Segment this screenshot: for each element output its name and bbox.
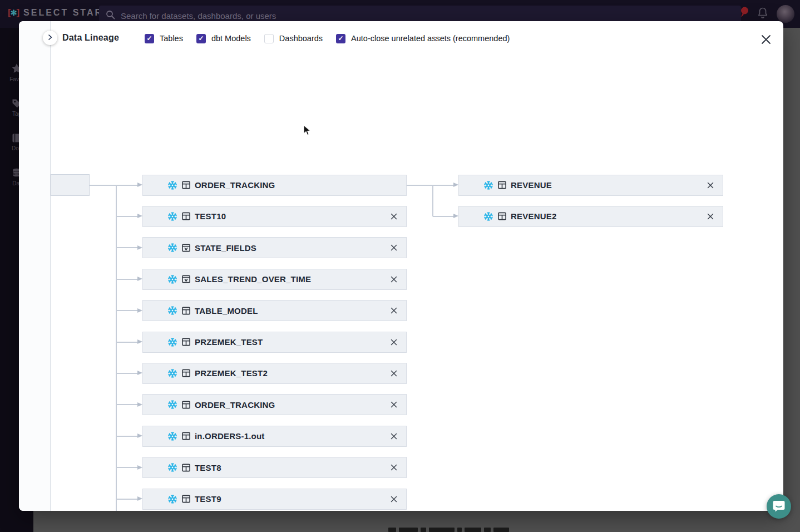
connector-arrowhead	[137, 496, 142, 501]
connector-line	[116, 499, 137, 500]
node-close-button[interactable]	[389, 494, 399, 504]
notifications-bell-icon[interactable]	[757, 6, 769, 22]
lineage-node[interactable]: REVENUE	[458, 175, 723, 196]
connector-line	[116, 185, 137, 186]
lineage-node-clipped[interactable]	[51, 174, 90, 196]
table-icon	[181, 211, 191, 221]
close-small-icon	[707, 213, 714, 220]
table-icon	[497, 211, 507, 221]
node-close-button[interactable]	[389, 337, 399, 347]
connector-line	[116, 185, 117, 511]
table-icon	[181, 368, 191, 378]
node-label: TEST10	[195, 211, 226, 221]
connector-line	[90, 185, 116, 186]
lineage-node[interactable]: PRZEMEK_TEST	[142, 332, 407, 353]
lineage-node[interactable]: TEST10	[142, 206, 407, 227]
lineage-node[interactable]: in.ORDERS-1.out	[142, 426, 407, 447]
connector-arrowhead	[137, 339, 142, 344]
node-label: REVENUE2	[511, 211, 556, 221]
node-close-button[interactable]	[389, 211, 399, 221]
view-icon	[181, 243, 191, 253]
connector-arrowhead	[137, 183, 142, 187]
clipped-background-text	[388, 528, 509, 532]
node-close-button[interactable]	[389, 400, 399, 410]
connector-arrowhead	[137, 245, 142, 250]
node-label: TEST8	[195, 463, 221, 472]
node-close-button[interactable]	[389, 274, 399, 284]
connector-line	[432, 185, 433, 216]
node-close-button[interactable]	[705, 180, 715, 190]
table-icon	[181, 180, 191, 190]
close-small-icon	[390, 401, 398, 408]
connector-arrowhead	[137, 277, 142, 281]
logo-text: SELECT STAR	[23, 8, 103, 18]
changelog-badge-icon[interactable]	[740, 7, 749, 21]
snowflake-icon	[167, 243, 177, 253]
lineage-node[interactable]: TABLE_MODEL	[142, 300, 407, 321]
node-close-button[interactable]	[389, 243, 399, 253]
application-root: [✻] SELECT STAR FavorTagDocDat	[0, 0, 800, 532]
chat-bubble-icon	[772, 499, 786, 514]
close-small-icon	[390, 244, 398, 252]
connector-arrowhead	[137, 402, 142, 407]
snowflake-icon	[167, 274, 177, 284]
connector-line	[433, 216, 453, 217]
connector-line	[116, 404, 137, 405]
node-close-button[interactable]	[389, 431, 399, 441]
lineage-node[interactable]: PRZEMEK_TEST2	[142, 363, 407, 384]
node-close-button[interactable]	[389, 368, 399, 378]
connector-line	[433, 185, 453, 186]
lineage-node[interactable]: REVENUE2	[458, 206, 723, 227]
connector-arrowhead	[453, 214, 458, 218]
node-label: in.ORDERS-1.out	[195, 431, 265, 441]
connector-arrowhead	[137, 434, 142, 438]
node-label: STATE_FIELDS	[195, 243, 256, 253]
chat-launcher-button[interactable]	[767, 494, 791, 519]
snowflake-icon	[167, 494, 177, 504]
close-small-icon	[390, 464, 398, 471]
snowflake-icon	[167, 211, 177, 221]
lineage-node[interactable]: SALES_TREND_OVER_TIME	[142, 269, 407, 290]
node-label: SALES_TREND_OVER_TIME	[195, 274, 311, 284]
snowflake-icon	[167, 400, 177, 410]
search-input[interactable]	[121, 11, 734, 21]
connector-line	[116, 310, 137, 311]
table-icon	[497, 180, 507, 190]
connector-line	[116, 279, 137, 280]
snowflake-icon	[167, 180, 177, 190]
snowflake-icon	[167, 368, 177, 378]
data-lineage-modal: Data Lineage ✓Tables✓dbt ModelsDashboard…	[19, 21, 783, 511]
close-small-icon	[390, 307, 398, 314]
node-close-button[interactable]	[705, 211, 715, 221]
snowflake-icon	[167, 431, 177, 441]
connector-line	[116, 467, 137, 468]
lineage-node[interactable]: TEST9	[142, 489, 407, 510]
node-label: PRZEMEK_TEST	[195, 337, 263, 347]
node-close-button[interactable]	[389, 462, 399, 472]
lineage-node[interactable]: ORDER_TRACKING	[142, 175, 407, 196]
expand-panel-button[interactable]	[43, 31, 57, 45]
node-close-button[interactable]	[389, 306, 399, 316]
lineage-graph: ORDER_TRACKINGTEST10STATE_FIELDSSALES_TR…	[19, 21, 783, 511]
table-icon	[181, 337, 191, 347]
node-label: PRZEMEK_TEST2	[195, 368, 268, 378]
connector-arrowhead	[137, 465, 142, 470]
connector-arrowhead	[453, 183, 458, 187]
search-icon	[106, 10, 115, 22]
lineage-node[interactable]: TEST8	[142, 457, 407, 478]
lineage-node[interactable]: ORDER_TRACKING	[142, 394, 407, 415]
table-icon	[181, 431, 191, 441]
close-small-icon	[390, 495, 398, 503]
table-icon	[181, 463, 191, 472]
connector-line	[116, 373, 137, 374]
view-icon	[181, 274, 191, 284]
snowflake-icon	[483, 211, 493, 221]
close-small-icon	[390, 213, 398, 220]
connector-line	[116, 436, 137, 437]
close-small-icon	[390, 432, 398, 440]
lineage-node[interactable]: STATE_FIELDS	[142, 237, 407, 258]
user-avatar[interactable]	[777, 5, 794, 23]
table-icon	[181, 306, 191, 316]
connector-line	[407, 185, 433, 186]
select-star-logo[interactable]: [✻] SELECT STAR	[8, 7, 103, 18]
